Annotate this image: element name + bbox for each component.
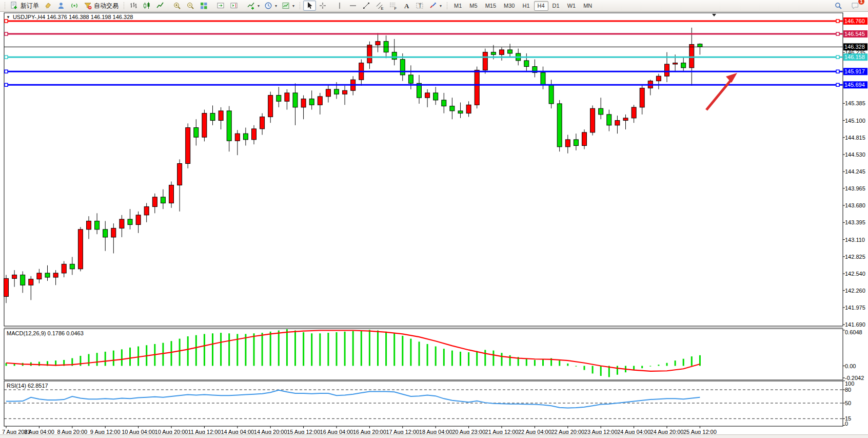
- cursor-icon: [305, 2, 314, 10]
- time-tick-label: 22 Aug 20:00: [551, 429, 584, 434]
- time-tick-label: 24 Aug 04:00: [617, 429, 650, 434]
- line-handle[interactable]: [836, 83, 839, 86]
- rsi-indicator-label: RSI(14) 62.8517: [7, 383, 48, 389]
- mt4-window: 新订单自动交易▾▾▾EFAT▾M1M5M15M30H1H4D1W1MN1 146…: [0, 0, 868, 438]
- zoom-out-button[interactable]: [184, 1, 197, 11]
- signal-button[interactable]: [68, 1, 81, 11]
- arrow-annotation[interactable]: [706, 73, 737, 110]
- clock-icon: [264, 2, 273, 10]
- timeframe-h1-button[interactable]: H1: [519, 1, 533, 11]
- svg-text:T: T: [419, 3, 422, 9]
- macd-indicator-label: MACD(12,26,9) 0.1786 0.0463: [7, 330, 84, 336]
- time-axis[interactable]: 7 Aug 20238 Aug 04:008 Aug 20:009 Aug 12…: [2, 426, 717, 434]
- svg-text:A: A: [404, 2, 409, 10]
- line-handle[interactable]: [5, 83, 8, 86]
- timeframe-h4-button[interactable]: H4: [534, 1, 548, 11]
- dropdown-caret-icon: ▾: [440, 4, 442, 8]
- status-bar: [0, 434, 868, 438]
- time-tick-label: 18 Aug 04:00: [419, 429, 452, 434]
- candlestick-mode-button[interactable]: [141, 1, 153, 11]
- line-handle[interactable]: [836, 32, 839, 35]
- cursor-button[interactable]: [303, 1, 316, 11]
- tile-icon: [200, 2, 208, 10]
- line-chart-mode-button[interactable]: [154, 1, 167, 11]
- chart-candles-icon: [143, 2, 151, 10]
- time-tick-label: 10 Aug 20:00: [155, 429, 188, 434]
- time-tick-label: 24 Aug 20:00: [650, 429, 684, 434]
- channel-button[interactable]: E: [373, 1, 386, 11]
- zoom-in-button[interactable]: [171, 1, 184, 11]
- rsi-panel: 1008050150: [4, 380, 854, 427]
- templates-button[interactable]: ▾: [280, 1, 297, 11]
- styles-button[interactable]: [42, 1, 54, 11]
- symbol-dropdown-icon[interactable]: ▼: [6, 15, 10, 20]
- svg-text:F: F: [394, 6, 397, 10]
- time-tick-label: 20 Aug 23:00: [452, 429, 485, 434]
- bar-chart-mode-button[interactable]: [127, 1, 140, 11]
- notifications-button[interactable]: 1: [849, 1, 862, 11]
- price-axis[interactable]: 146.235145.385145.100144.815144.530144.2…: [843, 17, 867, 328]
- timeframe-d1-button[interactable]: D1: [549, 1, 563, 11]
- line-handle[interactable]: [836, 70, 839, 73]
- rsi-tick-label: 80: [845, 387, 851, 393]
- time-tick-label: 14 Aug 20:00: [254, 429, 287, 434]
- arrows-button[interactable]: ▾: [427, 1, 444, 11]
- price-tick-label: 143.395: [845, 219, 865, 225]
- price-tick-label: 142.260: [845, 288, 865, 294]
- line-handle[interactable]: [836, 20, 839, 23]
- time-tick-label: 21 Aug 12:00: [485, 429, 519, 434]
- text-button[interactable]: A: [400, 1, 413, 11]
- vertical-line-button[interactable]: [333, 1, 346, 11]
- indicators-button[interactable]: ▾: [245, 1, 262, 11]
- timeframe-m1-button[interactable]: M1: [450, 1, 465, 11]
- price-tick-label: 145.100: [845, 118, 865, 124]
- price-line-label: 146.545: [844, 31, 865, 37]
- price-tick-label: 144.245: [845, 168, 865, 175]
- price-tick-label: 143.965: [845, 185, 865, 192]
- tline-icon: [362, 2, 371, 10]
- chart-title-text: USDJPY-,H4 146.376 146.388 146.198 146.3…: [13, 14, 133, 20]
- price-tick-label: 141.690: [845, 321, 865, 328]
- trendline-button[interactable]: [360, 1, 373, 11]
- new-order-button[interactable]: 新订单: [8, 1, 41, 11]
- price-tick-label: 143.110: [845, 237, 865, 243]
- line-handle[interactable]: [5, 32, 8, 35]
- time-tick-label: 8 Aug 04:00: [24, 429, 54, 434]
- horizontal-line-button[interactable]: [347, 1, 360, 11]
- fibonacci-button[interactable]: F: [387, 1, 400, 11]
- autotrade-label: 自动交易: [94, 2, 119, 10]
- fibo-icon: F: [389, 2, 398, 10]
- chart-canvas[interactable]: 146.235145.385145.100144.815144.530144.2…: [0, 12, 868, 434]
- line-handle[interactable]: [5, 70, 8, 73]
- autotrade-button[interactable]: 自动交易: [82, 1, 121, 11]
- profile-button[interactable]: [55, 1, 68, 11]
- timeframe-m30-button[interactable]: M30: [500, 1, 518, 11]
- time-tick-label: 16 Aug 20:00: [353, 429, 386, 434]
- text-label-button[interactable]: T: [413, 1, 426, 11]
- template-icon: [282, 2, 290, 10]
- timeframe-m5-button[interactable]: M5: [466, 1, 481, 11]
- hline-icon: [349, 2, 358, 10]
- chart-bars-icon: [129, 2, 138, 10]
- timeframe-m15-button[interactable]: M15: [482, 1, 500, 11]
- price-tick-label: 144.815: [845, 135, 865, 141]
- time-tick-label: 16 Aug 04:00: [320, 429, 353, 434]
- chart-shift-marker-icon[interactable]: [712, 14, 716, 16]
- chart-shift-button[interactable]: [228, 1, 241, 11]
- timeframe-w1-button[interactable]: W1: [564, 1, 580, 11]
- auto-scroll-icon: [216, 2, 225, 10]
- search-button[interactable]: [832, 1, 845, 11]
- price-tick-label: 141.975: [845, 304, 865, 311]
- time-tick-label: 22 Aug 04:00: [518, 429, 551, 434]
- dropdown-caret-icon: ▾: [258, 4, 260, 8]
- time-tick-label: 10 Aug 04:00: [122, 429, 155, 434]
- auto-scroll-button[interactable]: [214, 1, 227, 11]
- crosshair-button[interactable]: [317, 1, 329, 11]
- timeframe-mn-button[interactable]: MN: [580, 1, 596, 11]
- horizontal-lines[interactable]: [4, 20, 843, 86]
- indicators-icon: [247, 2, 255, 10]
- line-handle[interactable]: [5, 55, 8, 59]
- tile-windows-button[interactable]: [198, 1, 210, 11]
- periods-button[interactable]: ▾: [262, 1, 279, 11]
- line-handle[interactable]: [836, 55, 839, 59]
